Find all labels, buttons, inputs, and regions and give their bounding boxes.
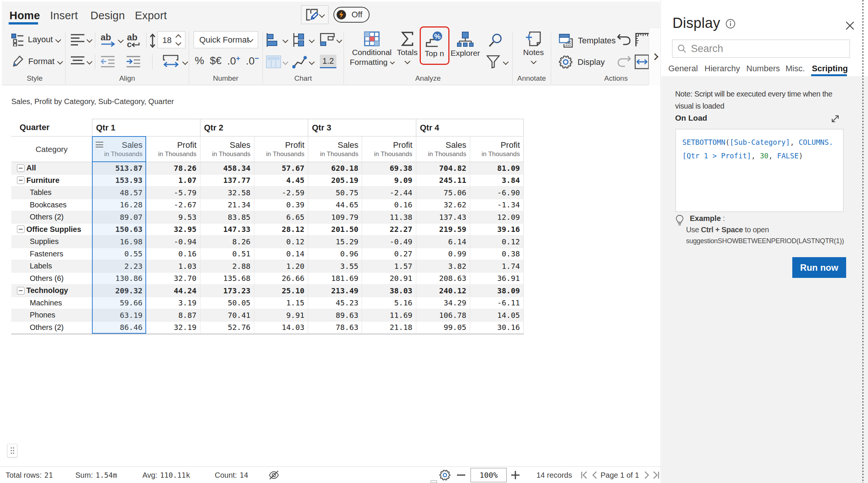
value-cell[interactable]: 9.91 (254, 309, 308, 321)
value-cell[interactable]: -6.90 (470, 187, 524, 199)
row-label-cell[interactable]: Tables (11, 187, 92, 199)
value-cell[interactable]: 1.15 (254, 297, 308, 309)
value-cell[interactable]: 208.63 (416, 273, 470, 285)
settings-gear-icon[interactable] (439, 469, 451, 481)
zoom-in-icon[interactable] (511, 471, 520, 480)
value-cell[interactable]: 1.07 (146, 175, 200, 187)
value-cell[interactable]: 32.19 (146, 322, 200, 334)
increase-indent-icon[interactable] (126, 56, 141, 68)
value-cell[interactable]: -0.49 (362, 236, 416, 248)
value-cell[interactable]: 83.85 (200, 211, 254, 223)
row-label-cell[interactable]: Others (2) (11, 322, 92, 334)
value-cell[interactable]: 44.24 (146, 285, 200, 297)
value-cell[interactable]: -1.34 (470, 199, 524, 211)
collapse-toggle-icon[interactable] (17, 176, 24, 184)
drag-grip-button[interactable] (7, 444, 17, 457)
ribbon-tab-insert[interactable]: Insert (50, 9, 78, 22)
ribbon-tab-export[interactable]: Export (135, 9, 167, 22)
value-cell[interactable]: 0.39 (254, 199, 308, 211)
value-cell[interactable]: 50.05 (200, 297, 254, 309)
row-label-cell[interactable]: Others (6) (11, 273, 92, 285)
close-icon[interactable] (845, 21, 855, 31)
live-toggle[interactable]: Off (333, 7, 370, 23)
display-button[interactable]: Display (559, 55, 605, 69)
increase-decimal-button[interactable]: .0+ (227, 54, 240, 67)
value-cell[interactable]: 0.99 (416, 248, 470, 260)
value-cell[interactable]: -0.94 (146, 236, 200, 248)
value-cell[interactable]: 34.29 (416, 297, 470, 309)
first-page-icon[interactable] (581, 471, 589, 479)
decrease-decimal-button[interactable]: .0− (246, 54, 259, 67)
value-cell[interactable]: 620.18 (308, 162, 362, 174)
value-cell[interactable]: 89.63 (308, 309, 362, 321)
expand-editor-icon[interactable] (831, 114, 840, 123)
panel-tab-misc[interactable]: Misc. (785, 64, 805, 74)
value-cell[interactable]: 201.50 (308, 224, 362, 236)
value-cell[interactable]: 21.18 (362, 322, 416, 334)
measure-header-profit-q4[interactable]: Profitin Thousands (470, 136, 524, 162)
value-cell[interactable]: 213.49 (308, 285, 362, 297)
value-cell[interactable]: 52.76 (200, 322, 254, 334)
value-cell[interactable]: 99.05 (416, 322, 470, 334)
value-cell[interactable]: 109.79 (308, 211, 362, 223)
value-cell[interactable]: 69.38 (362, 162, 416, 174)
value-cell[interactable]: 32.95 (146, 224, 200, 236)
vertical-align-button[interactable] (70, 55, 92, 67)
font-size-spinner[interactable]: 18 (157, 31, 185, 48)
quarter-group-header[interactable]: Qtr 1 (92, 119, 200, 136)
value-cell[interactable]: 0.16 (362, 199, 416, 211)
value-cell[interactable]: 32.70 (146, 273, 200, 285)
value-cell[interactable]: 458.34 (200, 162, 254, 174)
row-label-cell[interactable]: Technology (11, 285, 92, 297)
combo-chart-button[interactable] (320, 33, 341, 47)
value-cell[interactable]: 78.63 (308, 322, 362, 334)
value-cell[interactable]: 147.33 (200, 224, 254, 236)
filter-button[interactable] (486, 55, 508, 69)
value-cell[interactable]: 0.14 (254, 248, 308, 260)
value-cell[interactable]: 81.09 (470, 162, 524, 174)
wrap-text-button[interactable]: abc (126, 33, 142, 48)
value-cell[interactable]: 219.59 (416, 224, 470, 236)
conditional-formatting-button[interactable]: Conditional Formatting (349, 31, 395, 67)
collapse-toggle-icon[interactable] (17, 164, 24, 172)
value-cell[interactable]: 26.66 (254, 273, 308, 285)
value-cell[interactable]: 11.38 (362, 211, 416, 223)
table-view-button[interactable] (266, 55, 287, 68)
search-input[interactable] (691, 43, 834, 55)
value-cell[interactable]: 1.20 (254, 260, 308, 272)
value-cell[interactable]: 11.69 (362, 309, 416, 321)
value-cell[interactable]: 12.09 (470, 211, 524, 223)
visual-resize-border[interactable] (862, 0, 863, 483)
value-cell[interactable]: 4.45 (254, 175, 308, 187)
resize-width-icon[interactable] (634, 54, 649, 69)
value-cell[interactable]: 14.05 (470, 309, 524, 321)
value-cell[interactable]: -6.11 (470, 297, 524, 309)
run-now-button[interactable]: Run now (792, 257, 846, 278)
ruler-icon[interactable] (635, 32, 649, 47)
value-cell[interactable]: 38.09 (470, 285, 524, 297)
value-cell[interactable]: 32.62 (416, 199, 470, 211)
value-cell[interactable]: 30.16 (470, 322, 524, 334)
value-cell[interactable]: 181.69 (308, 273, 362, 285)
value-cell[interactable]: 5.16 (362, 297, 416, 309)
value-cell[interactable]: -2.44 (362, 187, 416, 199)
value-cell[interactable]: 28.12 (254, 224, 308, 236)
value-cell[interactable]: 14.03 (254, 322, 308, 334)
decrease-indent-icon[interactable] (101, 56, 115, 68)
edit-mode-button[interactable] (301, 5, 329, 24)
measure-header-profit-q3[interactable]: Profitin Thousands (362, 136, 416, 162)
value-cell[interactable]: -2.59 (254, 187, 308, 199)
row-height-icon[interactable] (149, 34, 156, 48)
value-cell[interactable]: 3.19 (146, 297, 200, 309)
redo-icon[interactable] (617, 55, 631, 68)
value-cell[interactable]: 25.10 (254, 285, 308, 297)
prev-page-icon[interactable] (591, 471, 598, 479)
hierarchy-chart-button[interactable] (292, 33, 314, 47)
row-label-cell[interactable]: All (11, 162, 92, 174)
spinner-down-icon[interactable] (176, 40, 182, 46)
quarter-group-header[interactable]: Qtr 4 (416, 119, 524, 136)
value-cell[interactable]: 15.29 (308, 236, 362, 248)
value-cell[interactable]: 137.77 (200, 175, 254, 187)
value-cell[interactable]: 137.43 (416, 211, 470, 223)
value-cell[interactable]: 240.12 (416, 285, 470, 297)
